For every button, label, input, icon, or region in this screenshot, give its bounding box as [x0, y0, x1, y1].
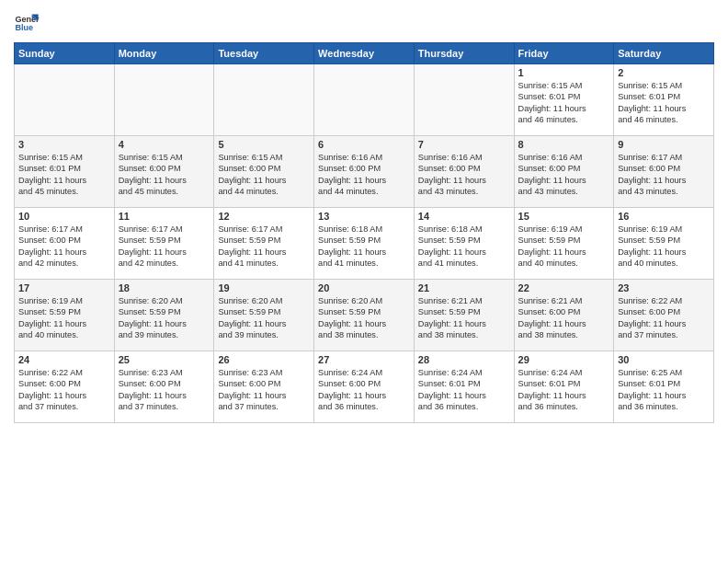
calendar-cell: 7Sunrise: 6:16 AMSunset: 6:00 PMDaylight…	[414, 136, 514, 208]
day-info: Sunrise: 6:24 AMSunset: 6:01 PMDaylight:…	[418, 367, 510, 413]
weekday-header-row: SundayMondayTuesdayWednesdayThursdayFrid…	[15, 43, 714, 64]
day-info: Sunrise: 6:17 AMSunset: 5:59 PMDaylight:…	[119, 224, 210, 270]
calendar-cell: 14Sunrise: 6:18 AMSunset: 5:59 PMDayligh…	[414, 208, 514, 280]
calendar-cell: 1Sunrise: 6:15 AMSunset: 6:01 PMDaylight…	[514, 64, 614, 136]
day-number: 29	[518, 354, 610, 365]
calendar-cell	[214, 64, 314, 136]
calendar-cell: 5Sunrise: 6:15 AMSunset: 6:00 PMDaylight…	[214, 136, 314, 208]
logo: General Blue	[14, 9, 40, 35]
svg-text:Blue: Blue	[15, 23, 33, 32]
calendar-week-row: 1Sunrise: 6:15 AMSunset: 6:01 PMDaylight…	[15, 64, 714, 136]
day-info: Sunrise: 6:15 AMSunset: 6:01 PMDaylight:…	[518, 80, 610, 126]
day-info: Sunrise: 6:21 AMSunset: 6:00 PMDaylight:…	[518, 295, 610, 341]
day-number: 4	[119, 139, 210, 150]
calendar-week-row: 17Sunrise: 6:19 AMSunset: 5:59 PMDayligh…	[15, 280, 714, 351]
day-number: 21	[418, 282, 510, 293]
day-number: 30	[618, 354, 710, 365]
calendar-cell	[314, 64, 415, 136]
calendar-cell: 25Sunrise: 6:23 AMSunset: 6:00 PMDayligh…	[114, 351, 214, 423]
calendar-week-row: 24Sunrise: 6:22 AMSunset: 6:00 PMDayligh…	[15, 351, 714, 423]
day-info: Sunrise: 6:15 AMSunset: 6:00 PMDaylight:…	[218, 152, 310, 198]
calendar-cell: 11Sunrise: 6:17 AMSunset: 5:59 PMDayligh…	[114, 208, 214, 280]
calendar-cell: 21Sunrise: 6:21 AMSunset: 5:59 PMDayligh…	[414, 280, 514, 351]
day-info: Sunrise: 6:19 AMSunset: 5:59 PMDaylight:…	[18, 295, 110, 341]
calendar-cell: 26Sunrise: 6:23 AMSunset: 6:00 PMDayligh…	[214, 351, 314, 423]
day-number: 17	[18, 282, 110, 293]
calendar-cell: 10Sunrise: 6:17 AMSunset: 6:00 PMDayligh…	[15, 208, 115, 280]
day-info: Sunrise: 6:15 AMSunset: 6:00 PMDaylight:…	[119, 152, 210, 198]
day-info: Sunrise: 6:21 AMSunset: 5:59 PMDaylight:…	[418, 295, 510, 341]
day-number: 27	[318, 354, 410, 365]
day-number: 22	[518, 282, 610, 293]
day-number: 23	[618, 282, 710, 293]
day-info: Sunrise: 6:17 AMSunset: 6:00 PMDaylight:…	[618, 152, 710, 198]
calendar-cell: 23Sunrise: 6:22 AMSunset: 6:00 PMDayligh…	[614, 280, 714, 351]
calendar-cell: 30Sunrise: 6:25 AMSunset: 6:01 PMDayligh…	[614, 351, 714, 423]
day-number: 14	[418, 211, 510, 222]
calendar-cell: 22Sunrise: 6:21 AMSunset: 6:00 PMDayligh…	[514, 280, 614, 351]
day-info: Sunrise: 6:22 AMSunset: 6:00 PMDaylight:…	[618, 295, 710, 341]
day-number: 24	[18, 354, 110, 365]
calendar-cell: 28Sunrise: 6:24 AMSunset: 6:01 PMDayligh…	[414, 351, 514, 423]
calendar-cell: 9Sunrise: 6:17 AMSunset: 6:00 PMDaylight…	[614, 136, 714, 208]
day-info: Sunrise: 6:15 AMSunset: 6:01 PMDaylight:…	[18, 152, 110, 198]
day-info: Sunrise: 6:24 AMSunset: 6:00 PMDaylight:…	[318, 367, 410, 413]
day-info: Sunrise: 6:17 AMSunset: 6:00 PMDaylight:…	[18, 224, 110, 270]
day-info: Sunrise: 6:17 AMSunset: 5:59 PMDaylight:…	[218, 224, 310, 270]
day-number: 6	[318, 139, 410, 150]
day-number: 18	[119, 282, 210, 293]
calendar-cell: 20Sunrise: 6:20 AMSunset: 5:59 PMDayligh…	[314, 280, 415, 351]
day-number: 25	[119, 354, 210, 365]
calendar-week-row: 10Sunrise: 6:17 AMSunset: 6:00 PMDayligh…	[15, 208, 714, 280]
day-info: Sunrise: 6:16 AMSunset: 6:00 PMDaylight:…	[318, 152, 410, 198]
page-header: General Blue	[14, 9, 714, 35]
day-number: 19	[218, 282, 310, 293]
day-info: Sunrise: 6:20 AMSunset: 5:59 PMDaylight:…	[218, 295, 310, 341]
day-number: 12	[218, 211, 310, 222]
calendar-table: SundayMondayTuesdayWednesdayThursdayFrid…	[14, 42, 714, 423]
day-info: Sunrise: 6:20 AMSunset: 5:59 PMDaylight:…	[119, 295, 210, 341]
weekday-header-saturday: Saturday	[614, 43, 714, 64]
day-info: Sunrise: 6:22 AMSunset: 6:00 PMDaylight:…	[18, 367, 110, 413]
weekday-header-sunday: Sunday	[15, 43, 115, 64]
day-number: 2	[618, 67, 710, 78]
day-number: 9	[618, 139, 710, 150]
day-info: Sunrise: 6:15 AMSunset: 6:01 PMDaylight:…	[618, 80, 710, 126]
calendar-cell: 2Sunrise: 6:15 AMSunset: 6:01 PMDaylight…	[614, 64, 714, 136]
day-info: Sunrise: 6:18 AMSunset: 5:59 PMDaylight:…	[418, 224, 510, 270]
calendar-cell: 27Sunrise: 6:24 AMSunset: 6:00 PMDayligh…	[314, 351, 415, 423]
day-info: Sunrise: 6:23 AMSunset: 6:00 PMDaylight:…	[119, 367, 210, 413]
day-number: 3	[18, 139, 110, 150]
calendar-cell	[414, 64, 514, 136]
day-info: Sunrise: 6:18 AMSunset: 5:59 PMDaylight:…	[318, 224, 410, 270]
calendar-cell: 17Sunrise: 6:19 AMSunset: 5:59 PMDayligh…	[15, 280, 115, 351]
calendar-cell: 12Sunrise: 6:17 AMSunset: 5:59 PMDayligh…	[214, 208, 314, 280]
day-number: 26	[218, 354, 310, 365]
calendar-cell	[114, 64, 214, 136]
weekday-header-wednesday: Wednesday	[314, 43, 415, 64]
calendar-cell: 18Sunrise: 6:20 AMSunset: 5:59 PMDayligh…	[114, 280, 214, 351]
day-info: Sunrise: 6:24 AMSunset: 6:01 PMDaylight:…	[518, 367, 610, 413]
day-number: 13	[318, 211, 410, 222]
weekday-header-monday: Monday	[114, 43, 214, 64]
calendar-cell: 16Sunrise: 6:19 AMSunset: 5:59 PMDayligh…	[614, 208, 714, 280]
weekday-header-tuesday: Tuesday	[214, 43, 314, 64]
calendar-cell: 13Sunrise: 6:18 AMSunset: 5:59 PMDayligh…	[314, 208, 415, 280]
calendar-cell: 4Sunrise: 6:15 AMSunset: 6:00 PMDaylight…	[114, 136, 214, 208]
day-number: 16	[618, 211, 710, 222]
day-info: Sunrise: 6:19 AMSunset: 5:59 PMDaylight:…	[518, 224, 610, 270]
weekday-header-thursday: Thursday	[414, 43, 514, 64]
calendar-cell: 6Sunrise: 6:16 AMSunset: 6:00 PMDaylight…	[314, 136, 415, 208]
day-number: 10	[18, 211, 110, 222]
calendar-cell: 19Sunrise: 6:20 AMSunset: 5:59 PMDayligh…	[214, 280, 314, 351]
day-number: 15	[518, 211, 610, 222]
logo-icon: General Blue	[14, 9, 40, 35]
calendar-cell	[15, 64, 115, 136]
day-number: 11	[119, 211, 210, 222]
day-number: 20	[318, 282, 410, 293]
day-number: 1	[518, 67, 610, 78]
day-info: Sunrise: 6:19 AMSunset: 5:59 PMDaylight:…	[618, 224, 710, 270]
day-number: 7	[418, 139, 510, 150]
calendar-cell: 3Sunrise: 6:15 AMSunset: 6:01 PMDaylight…	[15, 136, 115, 208]
calendar-cell: 15Sunrise: 6:19 AMSunset: 5:59 PMDayligh…	[514, 208, 614, 280]
